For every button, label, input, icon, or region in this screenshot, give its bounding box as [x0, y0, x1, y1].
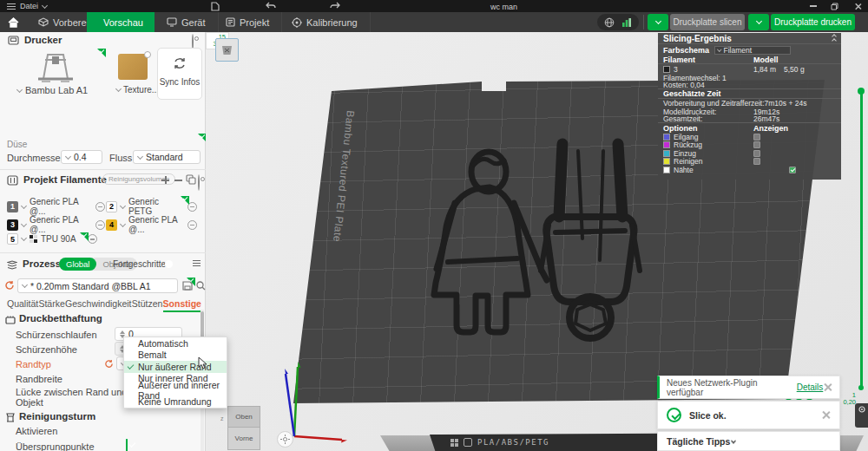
layer-slider-bottom-label: 1 0,20	[843, 392, 856, 406]
tab-calibration[interactable]: Kalibrierung	[279, 12, 371, 32]
slice-dropdown-button[interactable]	[648, 14, 668, 30]
close-icon[interactable]	[823, 382, 832, 392]
layer-slider[interactable]	[860, 90, 863, 388]
add-filament-button[interactable]	[161, 176, 169, 184]
model-wc-figures[interactable]	[417, 130, 651, 343]
remove-icon[interactable]	[95, 220, 105, 230]
viewport-3d[interactable]: Bambu Textured PEI Plate PLA/ABS/PETG HO…	[206, 32, 868, 451]
filament-settings-gear-icon[interactable]	[198, 174, 200, 191]
prime-tower-header: Reinigungsturm	[19, 411, 95, 422]
reset-icon[interactable]	[4, 280, 15, 291]
chevron-down-icon	[137, 153, 143, 159]
diameter-select[interactable]: 0.4	[61, 150, 102, 164]
expand-icon	[732, 439, 735, 443]
collapse-icon[interactable]	[832, 35, 836, 42]
tab-device[interactable]: Gerät	[155, 12, 219, 32]
brim-width-label: Randbreite	[16, 374, 62, 384]
preset-select[interactable]: * 0.20mm Standard @BBL A1	[17, 278, 178, 293]
bed-adhesion-icon	[5, 315, 16, 324]
checker-swatch-icon	[30, 235, 37, 243]
close-button[interactable]	[853, 0, 863, 12]
option-checkbox[interactable]	[753, 141, 760, 148]
filament-row-3[interactable]: 3 Generic PLA @...	[7, 215, 105, 234]
option-label: Reinigen	[674, 157, 703, 166]
slice-plate-label: Druckplatte slicen	[674, 17, 742, 27]
minimize-button[interactable]	[810, 0, 817, 12]
preset-list-icon[interactable]	[193, 258, 201, 268]
orbit-icon[interactable]	[277, 431, 293, 448]
flow-select[interactable]: Standard	[133, 150, 201, 164]
print-plate-button[interactable]: Druckplatte drucken	[771, 14, 855, 30]
undo-button[interactable]	[266, 0, 276, 12]
process-section-header: Prozess	[23, 258, 61, 269]
tab-quality[interactable]: Qualität	[7, 298, 38, 312]
menu-item-painted[interactable]: Bemalt	[124, 350, 227, 362]
nozzle-header: Düse	[7, 140, 27, 149]
remove-icon[interactable]	[95, 202, 105, 212]
skip-points-checkbox[interactable]	[126, 439, 128, 451]
search-icon[interactable]	[196, 281, 206, 291]
stats-icon[interactable]	[621, 17, 632, 28]
filament-row-1[interactable]: 1 Generic PLA @...	[7, 197, 105, 216]
home-button[interactable]	[0, 12, 26, 32]
view-cube-top[interactable]: Oben	[227, 406, 260, 428]
option-label: Nähte	[674, 166, 694, 174]
remove-filament-button[interactable]	[174, 180, 182, 181]
skirt-loops-label: Schürzenschlaufen	[16, 330, 97, 340]
maximize-button[interactable]	[831, 0, 838, 12]
option-checkbox[interactable]	[753, 150, 760, 157]
slice-plate-button[interactable]: Druckplatte slicen	[670, 14, 745, 30]
tab-label: Vorschau	[103, 17, 143, 28]
ams-mapping-icon[interactable]	[186, 174, 196, 185]
brim-type-label: Randtyp	[16, 359, 51, 369]
option-checkbox[interactable]	[753, 134, 760, 141]
save-icon[interactable]	[182, 281, 193, 291]
globe-icon[interactable]	[604, 17, 615, 28]
color-scheme-select[interactable]: Filament	[714, 46, 791, 55]
menu-item-automatic[interactable]: Automatisch	[124, 337, 227, 350]
redo-button[interactable]	[330, 0, 340, 12]
menu-item-outer-and-inner[interactable]: Äußerer und innerer Rand	[124, 384, 227, 396]
file-menu[interactable]: Datei	[7, 0, 47, 12]
plate-selector[interactable]: Texture...	[116, 49, 155, 100]
print-plate-label: Druckplatte drucken	[774, 17, 852, 27]
option-label: Einzug	[674, 149, 696, 158]
print-dropdown-button[interactable]	[748, 14, 769, 30]
tab-project[interactable]: Projekt	[214, 12, 282, 32]
view-cube[interactable]: Oben Vorne	[227, 406, 260, 451]
restore-icon	[831, 3, 838, 10]
tab-speed[interactable]: Geschwindigkeit	[65, 298, 131, 312]
sync-infos-button[interactable]: Sync Infos	[157, 48, 202, 100]
remove-icon[interactable]	[187, 220, 197, 230]
layer-slider-handle[interactable]	[858, 88, 865, 95]
chevron-down-icon	[22, 282, 28, 288]
menu-item-no-brim[interactable]: Keine Umrandung	[124, 396, 227, 409]
menu-item-outer-only[interactable]: Nur äußerer Rand	[124, 361, 227, 373]
filament-name: TPU 90A	[41, 234, 84, 244]
option-checkbox[interactable]	[789, 167, 796, 173]
option-checkbox[interactable]	[753, 158, 760, 165]
filament-row-4[interactable]: 4 Generic PLA @...	[106, 215, 197, 234]
flush-volume-label: Reinigungsvolumen	[108, 175, 169, 183]
scope-global[interactable]: Global	[59, 258, 96, 271]
close-icon[interactable]	[821, 410, 831, 420]
project-icon	[226, 17, 235, 27]
view-cube-front[interactable]: Vorne	[227, 428, 260, 450]
sync-icon	[173, 57, 187, 69]
remove-icon[interactable]	[88, 234, 97, 244]
layer-range-icon[interactable]	[855, 403, 868, 428]
new-project-button[interactable]	[211, 0, 220, 12]
view-options-group	[597, 14, 639, 30]
bed-adhesion-header: Druckbetthaftung	[19, 313, 102, 324]
tab-preview[interactable]: Vorschau	[87, 12, 155, 32]
filament-number-chip: 4	[106, 219, 117, 231]
flow-label: Fluss	[109, 153, 132, 163]
plate-thumbnail	[118, 54, 148, 80]
daily-tips-bar[interactable]: Tägliche Tipps	[657, 431, 840, 451]
plate-thumbnail-button[interactable]	[215, 38, 239, 62]
tab-strength[interactable]: Stärke	[38, 298, 64, 312]
tab-support[interactable]: Stützen	[132, 298, 163, 312]
reset-icon[interactable]	[104, 359, 114, 369]
tab-others[interactable]: Sonstige	[163, 298, 201, 312]
plugin-details-link[interactable]: Details	[797, 382, 824, 392]
